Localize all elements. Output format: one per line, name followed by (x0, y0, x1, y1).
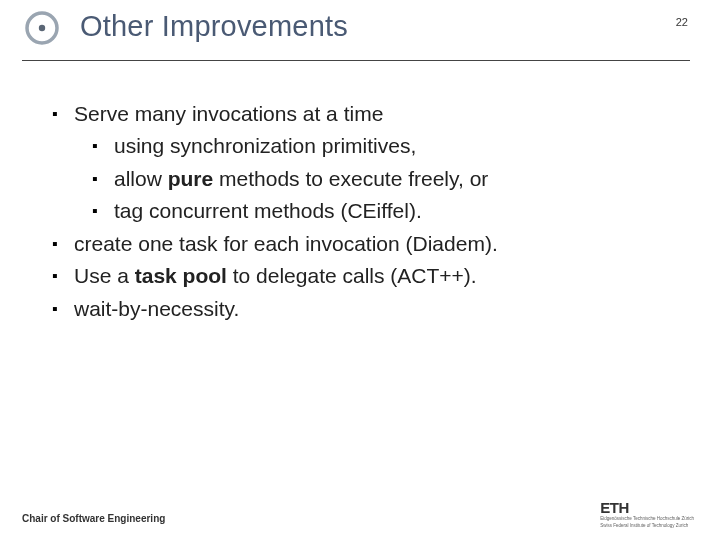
bullet-text: tag concurrent methods (CEiffel). (114, 196, 680, 226)
bullet-square-icon: ▪ (92, 196, 114, 226)
slide-title: Other Improvements (80, 10, 348, 43)
page-number: 22 (676, 16, 688, 28)
bullet-item: ▪wait-by-necessity. (52, 294, 680, 324)
slide-body: ▪Serve many invocations at a time▪using … (0, 61, 720, 324)
bullet-text: create one task for each invocation (Dia… (74, 229, 680, 259)
bullet-text: Use a task pool to delegate calls (ACT++… (74, 261, 680, 291)
eth-subtitle-2: Swiss Federal Institute of Technology Zu… (600, 523, 694, 528)
bullet-square-icon: ▪ (52, 229, 74, 259)
bullet-item: ▪allow pure methods to execute freely, o… (52, 164, 680, 194)
footer-chair-text: Chair of Software Engineering (22, 513, 165, 524)
bullet-square-icon: ▪ (52, 99, 74, 129)
bullet-square-icon: ▪ (92, 131, 114, 161)
footer-institution-logo: ETH Eidgenössische Technische Hochschule… (600, 500, 694, 528)
bullet-text: wait-by-necessity. (74, 294, 680, 324)
slide-logo-icon (24, 10, 60, 46)
slide-header: Other Improvements 22 (22, 0, 690, 61)
bullet-text: allow pure methods to execute freely, or (114, 164, 680, 194)
bullet-item: ▪Serve many invocations at a time (52, 99, 680, 129)
bullet-item: ▪Use a task pool to delegate calls (ACT+… (52, 261, 680, 291)
bullet-square-icon: ▪ (52, 294, 74, 324)
bullet-item: ▪tag concurrent methods (CEiffel). (52, 196, 680, 226)
bullet-item: ▪create one task for each invocation (Di… (52, 229, 680, 259)
bullet-text: Serve many invocations at a time (74, 99, 680, 129)
eth-subtitle-1: Eidgenössische Technische Hochschule Zür… (600, 516, 694, 521)
bullet-text: using synchronization primitives, (114, 131, 680, 161)
eth-logo-text: ETH (600, 500, 694, 515)
bullet-item: ▪using synchronization primitives, (52, 131, 680, 161)
svg-point-1 (39, 25, 45, 31)
bullet-square-icon: ▪ (92, 164, 114, 194)
bullet-square-icon: ▪ (52, 261, 74, 291)
